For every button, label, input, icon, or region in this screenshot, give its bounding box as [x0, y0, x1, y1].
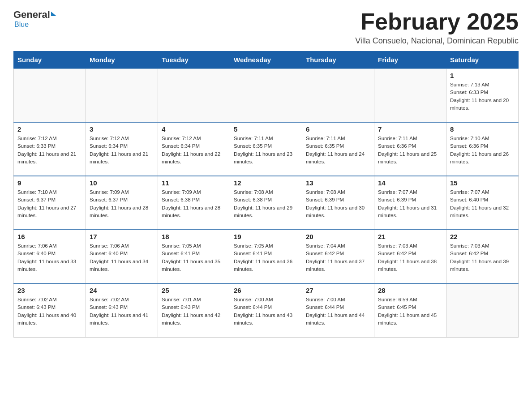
calendar-day-cell: 25Sunrise: 7:01 AM Sunset: 6:43 PM Dayli… — [158, 283, 230, 337]
day-info: Sunrise: 7:10 AM Sunset: 6:36 PM Dayligh… — [450, 135, 515, 166]
day-info: Sunrise: 7:01 AM Sunset: 6:43 PM Dayligh… — [162, 296, 226, 327]
day-info: Sunrise: 7:11 AM Sunset: 6:36 PM Dayligh… — [378, 135, 442, 166]
calendar-day-cell: 15Sunrise: 7:07 AM Sunset: 6:40 PM Dayli… — [446, 176, 519, 230]
day-info: Sunrise: 7:05 AM Sunset: 6:41 PM Dayligh… — [234, 242, 298, 273]
calendar-week-row: 1Sunrise: 7:13 AM Sunset: 6:33 PM Daylig… — [14, 68, 519, 122]
calendar-day-cell: 4Sunrise: 7:12 AM Sunset: 6:34 PM Daylig… — [158, 122, 230, 176]
calendar-day-cell: 12Sunrise: 7:08 AM Sunset: 6:38 PM Dayli… — [230, 176, 302, 230]
day-info: Sunrise: 7:03 AM Sunset: 6:42 PM Dayligh… — [378, 242, 442, 273]
day-number: 15 — [450, 179, 515, 187]
calendar-day-cell: 18Sunrise: 7:05 AM Sunset: 6:41 PM Dayli… — [158, 230, 230, 283]
day-info: Sunrise: 7:09 AM Sunset: 6:38 PM Dayligh… — [162, 188, 226, 219]
day-number: 17 — [90, 233, 154, 240]
calendar-day-cell: 21Sunrise: 7:03 AM Sunset: 6:42 PM Dayli… — [374, 230, 446, 283]
day-number: 1 — [450, 72, 515, 79]
day-info: Sunrise: 7:12 AM Sunset: 6:34 PM Dayligh… — [162, 135, 226, 166]
day-number: 16 — [17, 233, 82, 240]
calendar-day-cell: 2Sunrise: 7:12 AM Sunset: 6:33 PM Daylig… — [14, 122, 86, 176]
title-block: February 2025 Villa Consuelo, Nacional, … — [355, 9, 519, 46]
calendar-week-row: 2Sunrise: 7:12 AM Sunset: 6:33 PM Daylig… — [14, 122, 519, 176]
day-info: Sunrise: 7:12 AM Sunset: 6:34 PM Dayligh… — [90, 135, 154, 166]
day-number: 6 — [306, 125, 370, 133]
day-number: 23 — [17, 287, 82, 294]
day-info: Sunrise: 7:00 AM Sunset: 6:44 PM Dayligh… — [234, 296, 298, 327]
calendar-day-cell: 14Sunrise: 7:07 AM Sunset: 6:39 PM Dayli… — [374, 176, 446, 230]
day-number: 10 — [90, 179, 154, 187]
calendar-day-cell — [230, 68, 302, 122]
day-number: 28 — [378, 287, 442, 294]
calendar-day-cell: 17Sunrise: 7:06 AM Sunset: 6:40 PM Dayli… — [86, 230, 158, 283]
calendar-day-cell: 13Sunrise: 7:08 AM Sunset: 6:39 PM Dayli… — [302, 176, 374, 230]
day-number: 20 — [306, 233, 370, 240]
day-info: Sunrise: 7:11 AM Sunset: 6:35 PM Dayligh… — [306, 135, 370, 166]
day-info: Sunrise: 7:04 AM Sunset: 6:42 PM Dayligh… — [306, 242, 370, 273]
calendar-table: SundayMondayTuesdayWednesdayThursdayFrid… — [13, 51, 519, 338]
day-info: Sunrise: 7:05 AM Sunset: 6:41 PM Dayligh… — [162, 242, 226, 273]
day-number: 22 — [450, 233, 515, 240]
day-number: 3 — [90, 125, 154, 133]
calendar-day-cell: 9Sunrise: 7:10 AM Sunset: 6:37 PM Daylig… — [14, 176, 86, 230]
calendar-day-header: Sunday — [14, 51, 86, 69]
day-info: Sunrise: 7:07 AM Sunset: 6:39 PM Dayligh… — [378, 188, 442, 219]
calendar-day-cell — [158, 68, 230, 122]
day-number: 9 — [17, 179, 82, 187]
day-number: 11 — [162, 179, 226, 187]
calendar-day-header: Monday — [86, 51, 158, 69]
calendar-day-cell: 27Sunrise: 7:00 AM Sunset: 6:44 PM Dayli… — [302, 283, 374, 337]
day-number: 7 — [378, 125, 442, 133]
logo: General Blue — [13, 9, 56, 29]
day-number: 8 — [450, 125, 515, 133]
day-number: 24 — [90, 287, 154, 294]
day-info: Sunrise: 7:06 AM Sunset: 6:40 PM Dayligh… — [90, 242, 154, 273]
day-number: 25 — [162, 287, 226, 294]
day-info: Sunrise: 7:08 AM Sunset: 6:38 PM Dayligh… — [234, 188, 298, 219]
calendar-day-cell: 8Sunrise: 7:10 AM Sunset: 6:36 PM Daylig… — [446, 122, 519, 176]
calendar-day-cell: 16Sunrise: 7:06 AM Sunset: 6:40 PM Dayli… — [14, 230, 86, 283]
logo-triangle-icon — [51, 12, 56, 16]
calendar-day-cell — [86, 68, 158, 122]
day-info: Sunrise: 7:07 AM Sunset: 6:40 PM Dayligh… — [450, 188, 515, 219]
day-info: Sunrise: 7:09 AM Sunset: 6:37 PM Dayligh… — [90, 188, 154, 219]
calendar-day-cell: 23Sunrise: 7:02 AM Sunset: 6:43 PM Dayli… — [14, 283, 86, 337]
day-info: Sunrise: 7:12 AM Sunset: 6:33 PM Dayligh… — [17, 135, 82, 166]
logo-general-text: General — [13, 9, 50, 21]
day-number: 26 — [234, 287, 298, 294]
day-info: Sunrise: 7:11 AM Sunset: 6:35 PM Dayligh… — [234, 135, 298, 166]
day-info: Sunrise: 6:59 AM Sunset: 6:45 PM Dayligh… — [378, 296, 442, 327]
calendar-header-row: SundayMondayTuesdayWednesdayThursdayFrid… — [14, 51, 519, 69]
calendar-day-cell: 11Sunrise: 7:09 AM Sunset: 6:38 PM Dayli… — [158, 176, 230, 230]
calendar-week-row: 16Sunrise: 7:06 AM Sunset: 6:40 PM Dayli… — [14, 230, 519, 283]
location-subtitle: Villa Consuelo, Nacional, Dominican Repu… — [355, 36, 519, 46]
calendar-day-cell: 5Sunrise: 7:11 AM Sunset: 6:35 PM Daylig… — [230, 122, 302, 176]
calendar-week-row: 23Sunrise: 7:02 AM Sunset: 6:43 PM Dayli… — [14, 283, 519, 337]
calendar-day-cell — [14, 68, 86, 122]
day-info: Sunrise: 7:02 AM Sunset: 6:43 PM Dayligh… — [90, 296, 154, 327]
day-info: Sunrise: 7:02 AM Sunset: 6:43 PM Dayligh… — [17, 296, 82, 327]
calendar-day-cell: 1Sunrise: 7:13 AM Sunset: 6:33 PM Daylig… — [446, 68, 519, 122]
day-info: Sunrise: 7:13 AM Sunset: 6:33 PM Dayligh… — [450, 81, 515, 112]
day-number: 19 — [234, 233, 298, 240]
calendar-day-cell: 20Sunrise: 7:04 AM Sunset: 6:42 PM Dayli… — [302, 230, 374, 283]
calendar-day-cell: 6Sunrise: 7:11 AM Sunset: 6:35 PM Daylig… — [302, 122, 374, 176]
calendar-day-cell: 7Sunrise: 7:11 AM Sunset: 6:36 PM Daylig… — [374, 122, 446, 176]
day-number: 18 — [162, 233, 226, 240]
calendar-day-cell: 22Sunrise: 7:03 AM Sunset: 6:42 PM Dayli… — [446, 230, 519, 283]
calendar-day-cell: 19Sunrise: 7:05 AM Sunset: 6:41 PM Dayli… — [230, 230, 302, 283]
day-info: Sunrise: 7:10 AM Sunset: 6:37 PM Dayligh… — [17, 188, 82, 219]
day-info: Sunrise: 7:08 AM Sunset: 6:39 PM Dayligh… — [306, 188, 370, 219]
calendar-day-cell: 28Sunrise: 6:59 AM Sunset: 6:45 PM Dayli… — [374, 283, 446, 337]
calendar-day-header: Friday — [374, 51, 446, 69]
day-number: 5 — [234, 125, 298, 133]
calendar-day-cell: 24Sunrise: 7:02 AM Sunset: 6:43 PM Dayli… — [86, 283, 158, 337]
calendar-day-header: Thursday — [302, 51, 374, 69]
calendar-day-header: Saturday — [446, 51, 519, 69]
day-number: 27 — [306, 287, 370, 294]
calendar-day-cell: 3Sunrise: 7:12 AM Sunset: 6:34 PM Daylig… — [86, 122, 158, 176]
calendar-day-cell — [374, 68, 446, 122]
calendar-day-cell — [302, 68, 374, 122]
page-header: General Blue February 2025 Villa Consuel… — [13, 9, 519, 46]
day-number: 21 — [378, 233, 442, 240]
calendar-body: 1Sunrise: 7:13 AM Sunset: 6:33 PM Daylig… — [14, 68, 519, 337]
calendar-day-header: Tuesday — [158, 51, 230, 69]
day-info: Sunrise: 7:06 AM Sunset: 6:40 PM Dayligh… — [17, 242, 82, 273]
